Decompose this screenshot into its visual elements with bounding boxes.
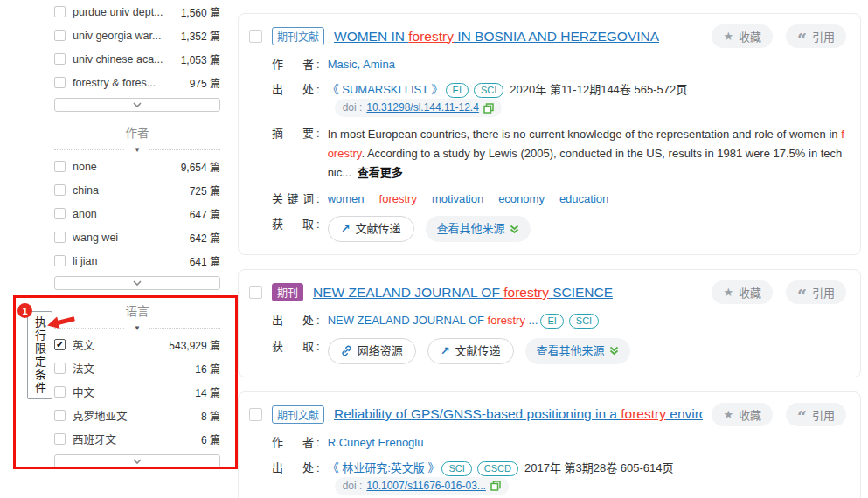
facet-item[interactable]: univ chinese aca...1,053 篇 bbox=[54, 47, 220, 71]
checkbox[interactable] bbox=[54, 386, 66, 398]
checkbox[interactable] bbox=[54, 410, 66, 421]
arrow-up-right-icon: ↗ bbox=[341, 220, 351, 238]
facet-count: 543,929 篇 bbox=[169, 337, 220, 352]
facet-item[interactable]: univ georgia war...1,352 篇 bbox=[54, 24, 220, 47]
result-title-link[interactable]: NEW ZEALAND JOURNAL OF forestry SCIENCE bbox=[313, 285, 613, 301]
favorite-label: 收藏 bbox=[739, 406, 761, 423]
journal-link[interactable]: NEW ZEALAND JOURNAL OF forestry ... bbox=[328, 314, 538, 327]
access-button-arrow-up-right[interactable]: ↗文献传递 bbox=[427, 338, 514, 364]
favorite-button[interactable]: ★收藏 bbox=[712, 403, 773, 426]
other-sources-label: 查看其他来源 bbox=[437, 220, 505, 238]
index-badge[interactable]: SCI bbox=[569, 314, 599, 329]
facet-section-title: 语言 bbox=[54, 301, 220, 319]
chevron-down-icon bbox=[132, 458, 142, 465]
facet-item[interactable]: li jian641 篇 bbox=[54, 249, 220, 273]
cite-button[interactable]: “引用 bbox=[786, 403, 846, 426]
facet-label: none bbox=[73, 161, 97, 173]
facet-item[interactable]: 克罗地亚文8 篇 bbox=[54, 404, 220, 427]
favorite-label: 收藏 bbox=[739, 28, 761, 45]
facet-item[interactable]: purdue univ dept...1,560 篇 bbox=[54, 0, 220, 24]
facet-expand-button[interactable] bbox=[54, 454, 220, 468]
favorite-button[interactable]: ★收藏 bbox=[712, 280, 773, 304]
search-results: 期刊文献WOMEN IN forestry IN BOSNIA AND HERZ… bbox=[238, 13, 861, 498]
journal-text: 《 SUMARSKI LIST 》 bbox=[328, 83, 443, 96]
triangle-down-icon[interactable]: ▼ bbox=[125, 145, 149, 155]
field-label: 出 处 bbox=[272, 81, 314, 117]
result-title-link[interactable]: WOMEN IN forestry IN BOSNIA AND HERZEGOV… bbox=[334, 29, 659, 45]
index-badge[interactable]: SCI bbox=[441, 461, 471, 476]
checkbox[interactable] bbox=[54, 53, 66, 65]
other-sources-button[interactable]: 查看其他来源 bbox=[525, 338, 630, 364]
journal-text: ... bbox=[525, 314, 538, 327]
facet-item[interactable]: none9,654 篇 bbox=[54, 155, 220, 178]
cite-button[interactable]: “引用 bbox=[786, 24, 846, 48]
checkbox[interactable] bbox=[54, 433, 66, 445]
checkbox[interactable]: ✔ bbox=[54, 339, 66, 350]
keyword-link[interactable]: motivation bbox=[432, 192, 483, 205]
facet-item[interactable]: wang wei642 篇 bbox=[54, 225, 220, 249]
checkbox[interactable] bbox=[54, 208, 66, 219]
cite-label: 引用 bbox=[812, 284, 835, 301]
facet-item[interactable]: china725 篇 bbox=[54, 178, 220, 202]
doi-link[interactable]: 10.1007/s11676-016-03... bbox=[366, 478, 486, 495]
copy-icon bbox=[490, 481, 501, 491]
annotation-step-badge: 1 bbox=[17, 303, 32, 318]
link-icon bbox=[341, 345, 352, 356]
facet-item[interactable]: 西班牙文6 篇 bbox=[54, 427, 220, 451]
field-colon: : bbox=[316, 190, 320, 208]
copy-icon bbox=[483, 103, 494, 114]
facet-expand-button[interactable] bbox=[54, 98, 220, 112]
author-row: 作 者:Masic, Amina bbox=[249, 56, 846, 73]
index-badge[interactable]: EI bbox=[540, 314, 563, 329]
facet-label: univ chinese aca... bbox=[73, 53, 163, 66]
checkbox[interactable] bbox=[54, 30, 66, 41]
field-label: 出 处 bbox=[272, 312, 314, 329]
facet-label: 英文 bbox=[73, 336, 94, 353]
checkbox[interactable] bbox=[54, 363, 66, 374]
facet-item[interactable]: forestry & fores...975 篇 bbox=[54, 71, 220, 94]
keyword-link[interactable]: economy bbox=[498, 192, 545, 205]
favorite-label: 收藏 bbox=[739, 284, 761, 301]
result-title-link[interactable]: Reliability of GPS/GNSS-based positionin… bbox=[334, 406, 703, 422]
result-checkbox[interactable] bbox=[249, 408, 262, 421]
result-checkbox[interactable] bbox=[249, 30, 262, 43]
cite-label: 引用 bbox=[812, 406, 835, 423]
checkbox[interactable] bbox=[54, 232, 66, 243]
triangle-down-icon[interactable]: ▼ bbox=[125, 323, 149, 333]
doi-link[interactable]: 10.31298/sl.144.11-12.4 bbox=[366, 100, 479, 116]
favorite-button[interactable]: ★收藏 bbox=[712, 24, 773, 48]
other-sources-button[interactable]: 查看其他来源 bbox=[426, 216, 531, 242]
quote-icon: “ bbox=[797, 291, 807, 300]
access-button-arrow-up-right[interactable]: ↗文献传递 bbox=[328, 216, 414, 242]
journal-text: 《 林业研究:英文版 》 bbox=[328, 461, 440, 474]
keyword-link[interactable]: women bbox=[328, 192, 365, 205]
journal-link[interactable]: 《 SUMARSKI LIST 》 bbox=[328, 83, 443, 96]
author-link[interactable]: Masic, Amina bbox=[328, 58, 395, 71]
result-checkbox[interactable] bbox=[249, 286, 262, 299]
facet-item[interactable]: ✔英文543,929 篇 bbox=[54, 333, 220, 356]
author-link[interactable]: R.Cuneyt Erenoglu bbox=[328, 436, 424, 449]
facet-item[interactable]: 中文14 篇 bbox=[54, 380, 220, 404]
result-actions: ★收藏“引用 bbox=[703, 24, 846, 48]
checkbox[interactable] bbox=[54, 161, 66, 172]
index-badge[interactable]: CSCD bbox=[477, 461, 518, 476]
chevron-down-icon bbox=[132, 280, 142, 287]
field-label: 关 键 词 bbox=[272, 190, 314, 208]
index-badge[interactable]: SCI bbox=[474, 83, 503, 98]
author-content: Masic, Amina bbox=[328, 56, 846, 73]
checkbox[interactable] bbox=[54, 184, 66, 196]
checkbox[interactable] bbox=[54, 77, 66, 88]
checkbox[interactable] bbox=[54, 255, 66, 266]
keyword-link[interactable]: education bbox=[559, 192, 608, 205]
facet-expand-button[interactable] bbox=[54, 276, 220, 290]
keyword-link[interactable]: forestry bbox=[379, 192, 417, 205]
access-button-link[interactable]: 网络资源 bbox=[328, 338, 416, 364]
view-more-link[interactable]: 查看更多 bbox=[358, 166, 403, 179]
journal-link[interactable]: 《 林业研究:英文版 》 bbox=[328, 461, 440, 474]
facet-item[interactable]: anon647 篇 bbox=[54, 202, 220, 225]
index-badge[interactable]: EI bbox=[446, 83, 469, 98]
cite-button[interactable]: “引用 bbox=[786, 280, 846, 304]
issue-meta: 2017年 第3期28卷 605-614页 bbox=[524, 461, 674, 474]
checkbox[interactable] bbox=[54, 6, 66, 17]
facet-item[interactable]: 法文16 篇 bbox=[54, 356, 220, 380]
